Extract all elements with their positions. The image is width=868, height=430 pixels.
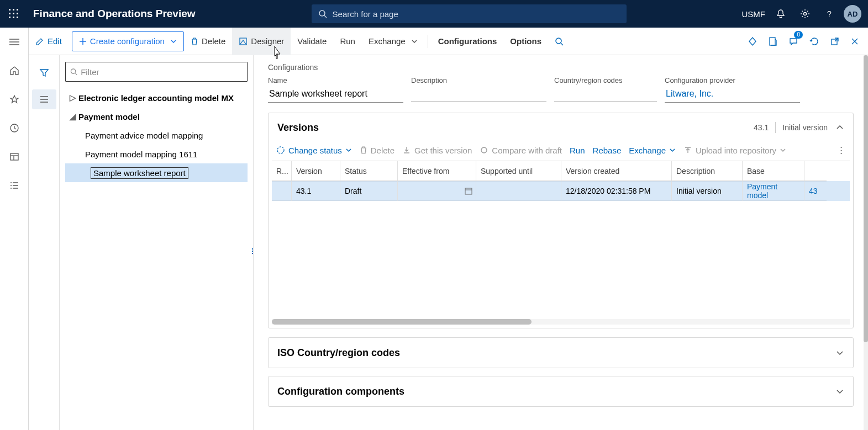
versions-grid: R... Version Status Effective from Suppo… [272,161,850,314]
find-button[interactable] [548,28,570,55]
tree-item[interactable]: ▷Electronic ledger accounting model MX [65,88,248,107]
svg-rect-7 [13,17,14,18]
col-desc[interactable]: Description [672,161,743,181]
svg-rect-3 [9,13,10,14]
search-icon [555,37,564,46]
versions-title: Versions [277,122,319,134]
delete-version-button[interactable]: Delete [360,146,394,155]
components-title: Configuration components [277,386,404,397]
expand-icon[interactable]: ▷ [67,93,78,103]
validate-button[interactable]: Validate [291,28,333,55]
get-version-button[interactable]: Get this version [402,146,472,155]
chevron-down-icon [170,38,177,45]
collapse-panel-icon[interactable] [835,123,844,132]
svg-rect-2 [17,9,18,10]
col-created[interactable]: Version created [561,161,672,181]
calendar-icon[interactable] [465,187,472,195]
modules-icon[interactable] [0,177,29,194]
top-bar: Finance and Operations Preview USMF ? AD [0,0,868,28]
change-status-button[interactable]: Change status [276,146,352,155]
tree-item[interactable]: ◢Payment model [65,107,248,126]
col-r[interactable]: R... [272,161,292,181]
filter-pane-icon[interactable] [32,63,56,83]
collapse-icon[interactable]: ◢ [67,112,78,121]
col-base[interactable]: Base [743,161,804,181]
svg-rect-41 [465,188,472,194]
chevron-down-icon[interactable] [835,387,844,396]
name-value[interactable]: Sample worksheet report [268,87,403,103]
svg-line-39 [75,73,77,75]
col-effective[interactable]: Effective from [398,161,476,181]
provider-value[interactable]: Litware, Inc. [665,87,800,103]
delete-button[interactable]: Delete [184,28,232,55]
app-launcher-icon[interactable] [0,0,28,28]
vertical-scrollbar[interactable] [864,55,868,430]
table-row[interactable]: 43.1 Draft 12/18/2020 02:31:58 PM Initia… [272,181,850,201]
svg-rect-1 [13,9,14,10]
action-bar: Edit Create configuration Delete Designe… [29,28,868,55]
svg-rect-8 [17,17,18,18]
rebase-button[interactable]: Rebase [593,146,622,155]
crc-value[interactable] [554,87,657,102]
col-base-version[interactable] [804,161,827,181]
help-icon[interactable]: ? [817,0,841,28]
company-code[interactable]: USMF [742,9,766,19]
col-status[interactable]: Status [340,161,398,181]
configurations-tab[interactable]: Configurations [432,28,504,55]
more-button[interactable]: ⋮ [837,145,845,155]
left-rail [0,28,29,430]
chevron-down-icon [780,147,786,153]
search-box[interactable] [312,4,627,23]
filter-input[interactable] [81,67,243,77]
tree-item[interactable]: Payment model mapping 1611 [65,145,248,163]
svg-point-11 [804,13,807,15]
close-icon[interactable] [845,28,865,55]
settings-icon[interactable] [793,0,817,28]
col-supported[interactable]: Supported until [476,161,561,181]
svg-line-30 [561,43,563,45]
home-icon[interactable] [0,62,29,79]
desc-value[interactable] [411,87,546,102]
tree-item-selected[interactable]: Sample worksheet report [65,163,248,182]
field-country-codes: Country/region codes [554,76,657,103]
svg-point-38 [71,69,75,73]
exchange-version-button[interactable]: Exchange [629,146,676,155]
run-button[interactable]: Run [333,28,362,55]
search-icon [70,68,77,76]
hamburger-icon[interactable] [0,33,29,51]
attachments-icon[interactable] [763,28,783,55]
components-panel[interactable]: Configuration components [268,376,854,407]
options-button[interactable]: Options [503,28,548,55]
svg-rect-17 [10,153,18,160]
favorites-icon[interactable] [0,91,29,108]
diamond-icon[interactable] [742,28,763,55]
user-avatar[interactable]: AD [844,5,861,23]
version-meta-desc: Initial version [782,123,828,132]
svg-line-10 [324,15,327,18]
iso-panel[interactable]: ISO Country/region codes [268,337,854,368]
filter-box[interactable] [65,62,248,82]
recent-icon[interactable] [0,119,29,137]
svg-rect-6 [9,17,10,18]
exchange-button[interactable]: Exchange [362,28,424,55]
refresh-icon[interactable] [804,28,825,55]
col-version[interactable]: Version [292,161,340,181]
compare-button[interactable]: Compare with draft [480,146,562,155]
trash-icon [360,146,367,155]
search-input[interactable] [333,9,620,19]
workspaces-icon[interactable] [0,148,29,166]
messages-icon[interactable]: 0 [783,28,804,55]
horizontal-scrollbar[interactable] [272,319,850,325]
run-version-button[interactable]: Run [570,146,585,155]
edit-button[interactable]: Edit [29,28,69,55]
designer-button[interactable]: Designer [232,28,291,55]
create-configuration-button[interactable]: Create configuration [72,31,184,51]
chevron-down-icon[interactable] [835,348,844,357]
tree-item[interactable]: Payment advice model mapping [65,126,248,145]
notifications-icon[interactable] [769,0,793,28]
message-count-badge: 0 [794,31,803,39]
popout-icon[interactable] [825,28,845,55]
upload-button[interactable]: Upload into repository [683,146,786,155]
breadcrumb[interactable]: Configurations [268,63,854,72]
related-info-icon[interactable] [32,89,56,109]
